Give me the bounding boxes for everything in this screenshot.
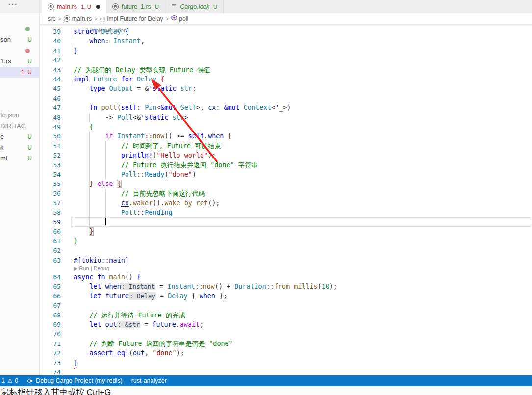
- run-lens-link[interactable]: Run: [79, 265, 89, 271]
- line-number[interactable]: 65: [40, 282, 61, 291]
- line-text[interactable]: Poll::Pending: [74, 208, 173, 217]
- line-text[interactable]: // 时间到了, Future 可以结束: [74, 141, 221, 151]
- line-text[interactable]: }: [74, 237, 77, 246]
- line-number[interactable]: 51: [40, 141, 61, 151]
- line-number[interactable]: 73: [40, 358, 61, 368]
- line-number[interactable]: 45: [40, 84, 61, 93]
- line-number[interactable]: 72: [40, 348, 61, 358]
- line-text[interactable]: -> Poll<&'static str>: [74, 113, 188, 122]
- line-number[interactable]: 39: [40, 27, 61, 36]
- sidebar-status-dot-row[interactable]: [0, 45, 39, 56]
- code-editor[interactable]: 1 implementation 39struct Delay {40 when…: [40, 24, 532, 375]
- line-number[interactable]: 52: [40, 151, 61, 160]
- line-number[interactable]: 69: [40, 320, 61, 329]
- run-debug-codelens[interactable]: ▶ Run | Debug: [74, 265, 109, 272]
- sidebar-item-fo.json[interactable]: fo.json: [0, 110, 39, 121]
- line-number[interactable]: 60: [40, 227, 61, 236]
- line-number[interactable]: 57: [40, 198, 61, 208]
- sidebar-item-e[interactable]: eU: [0, 132, 39, 142]
- line-text[interactable]: let future: Delay = Delay { when };: [74, 291, 227, 301]
- line-number[interactable]: 71: [40, 339, 61, 348]
- sidebar-item-ml[interactable]: mlU: [0, 153, 39, 164]
- line-text[interactable]: }: [74, 227, 93, 236]
- line-text[interactable]: assert_eq!(out, "done");: [74, 348, 184, 358]
- line-number[interactable]: 42: [40, 55, 61, 65]
- line-text[interactable]: }: [74, 46, 77, 55]
- line-text[interactable]: let out: &str = future.await;: [74, 320, 203, 329]
- line-number[interactable]: 53: [40, 160, 61, 170]
- line-text[interactable]: async fn main() {: [74, 272, 141, 282]
- line-number[interactable]: 47: [40, 103, 61, 112]
- line-text[interactable]: Poll::Ready("done"): [74, 170, 196, 179]
- line-number[interactable]: 56: [40, 189, 61, 198]
- sidebar-item-k[interactable]: kU: [0, 142, 39, 153]
- line-text[interactable]: // 目前先忽略下面这行代码: [74, 189, 205, 198]
- token: async: [74, 273, 97, 281]
- line-number[interactable]: 63: [40, 256, 61, 265]
- breadcrumb-item-src[interactable]: src: [48, 15, 55, 22]
- line-text[interactable]: #[tokio::main]: [74, 256, 129, 265]
- code-line-45: 45 type Output = &'static str;: [40, 84, 532, 93]
- sidebar-item-1.rs[interactable]: 1.rsU: [0, 56, 39, 67]
- breadcrumb-item-main-rs[interactable]: Rmain.rs: [64, 15, 92, 22]
- line-text[interactable]: fn poll(self: Pin<&mut Self>, cx: &mut C…: [74, 103, 291, 112]
- line-text[interactable]: impl Future for Delay {: [74, 75, 164, 84]
- tab-cargo-lock[interactable]: Cargo.lockU: [165, 0, 224, 13]
- line-text[interactable]: when: Instant,: [74, 36, 145, 46]
- code-line-44: 44impl Future for Delay {: [40, 75, 532, 84]
- line-number[interactable]: 68: [40, 311, 61, 320]
- line-number[interactable]: 70: [40, 329, 61, 339]
- line-text[interactable]: cx.waker().wake_by_ref();: [74, 198, 220, 208]
- token: now: [203, 283, 215, 290]
- line-text[interactable]: }: [74, 358, 77, 368]
- line-number[interactable]: 67: [40, 301, 61, 310]
- line-number[interactable]: 43: [40, 65, 61, 75]
- tab-main-rs[interactable]: Rmain.rs1, U: [42, 0, 106, 13]
- line-number[interactable]: 49: [40, 122, 61, 132]
- line-text[interactable]: } else {: [74, 179, 121, 188]
- line-text[interactable]: struct Delay {: [74, 27, 129, 36]
- line-number[interactable]: 66: [40, 291, 61, 301]
- line-number[interactable]: 74: [40, 368, 61, 375]
- line-text[interactable]: // Future 执行结束并返回 "done" 字符串: [74, 160, 258, 170]
- more-actions-icon[interactable]: ···: [8, 0, 18, 8]
- line-text[interactable]: [74, 217, 106, 227]
- line-number[interactable]: 54: [40, 170, 61, 179]
- line-number[interactable]: 40: [40, 36, 61, 46]
- sidebar-item-DIR.TAG[interactable]: DIR.TAG: [0, 121, 39, 132]
- line-number[interactable]: 55: [40, 179, 61, 188]
- line-number[interactable]: 41: [40, 46, 61, 55]
- breadcrumb-item-poll[interactable]: poll: [171, 15, 188, 22]
- rust-analyzer-status[interactable]: rust-analyzer: [131, 377, 167, 384]
- line-number[interactable]: 48: [40, 113, 61, 122]
- line-text[interactable]: // 为我们的 Delay 类型实现 Future 特征: [74, 65, 210, 75]
- line-number[interactable]: 58: [40, 208, 61, 217]
- code-line-48: 48 -> Poll<&'static str>: [40, 113, 532, 122]
- sidebar-item-selected-file[interactable]: 1, U: [0, 67, 39, 78]
- sidebar-item-son[interactable]: sonU: [0, 34, 39, 45]
- debug-launch-button[interactable]: Debug Cargo Project (my-redis): [27, 377, 122, 384]
- line-number[interactable]: 59: [40, 217, 61, 227]
- debug-lens-link[interactable]: Debug: [94, 265, 109, 271]
- line-text[interactable]: // 运行并等待 Future 的完成: [74, 311, 185, 320]
- line-number[interactable]: 50: [40, 132, 61, 141]
- line-text[interactable]: {: [74, 122, 93, 132]
- line-number[interactable]: 44: [40, 75, 61, 84]
- token: future: [152, 321, 176, 328]
- line-number[interactable]: 46: [40, 94, 61, 103]
- line-text[interactable]: println!("Hello world");: [74, 151, 216, 160]
- breadcrumb-item-impl-future-for-delay[interactable]: { }impl Future for Delay: [100, 15, 163, 22]
- line-text[interactable]: type Output = &'static str;: [74, 84, 196, 93]
- tab-future-1-rs[interactable]: Rfuture_1.rsU: [106, 0, 165, 13]
- line-text[interactable]: if Instant::now() >= self.when {: [74, 132, 232, 141]
- problems-indicator[interactable]: 1 ⚠ 0: [1, 377, 18, 384]
- line-number[interactable]: 62: [40, 246, 61, 255]
- line-text[interactable]: let when: Instant = Instant::now() + Dur…: [74, 282, 337, 291]
- code-line-57: 57 cx.waker().wake_by_ref();: [40, 198, 532, 208]
- line-text[interactable]: // 判断 Future 返回的字符串是否是 "done": [74, 339, 233, 348]
- token: {: [89, 123, 93, 131]
- line-number[interactable]: 64: [40, 272, 61, 282]
- modified-dot-icon[interactable]: [96, 5, 100, 9]
- sidebar-status-dot-row[interactable]: [0, 24, 39, 34]
- line-number[interactable]: 61: [40, 237, 61, 246]
